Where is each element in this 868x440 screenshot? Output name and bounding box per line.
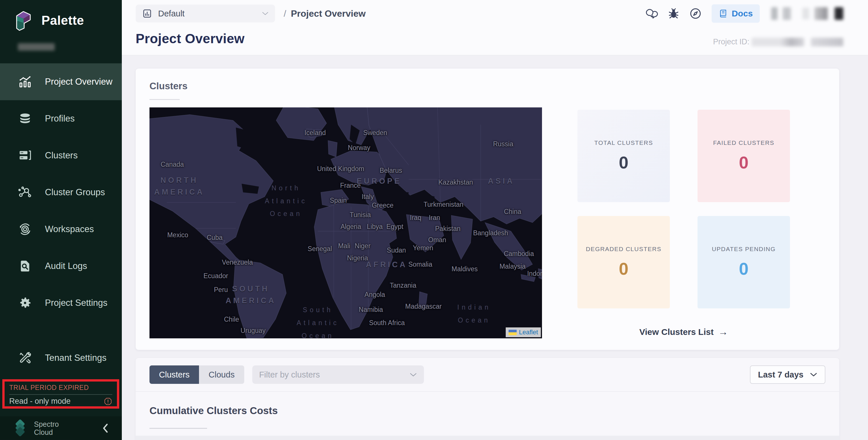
redacted-tenant-name	[18, 43, 55, 51]
map-label: Belarus	[379, 166, 402, 174]
sidebar-item-label: Project Settings	[45, 298, 107, 308]
stat-value: 0	[619, 153, 628, 172]
sidebar-item-cluster-groups[interactable]: Cluster Groups	[0, 174, 122, 211]
map-label: Oman	[428, 236, 446, 244]
map-label: Russia	[493, 140, 513, 148]
sidebar-item-project-overview[interactable]: Project Overview	[0, 63, 122, 100]
map-label: Iraq	[410, 214, 421, 221]
view-clusters-list-label: View Clusters List	[639, 327, 714, 337]
sidebar-footer: Spectro Cloud	[0, 416, 122, 440]
docs-label: Docs	[732, 9, 753, 19]
explore-compass-button[interactable]	[689, 7, 702, 20]
leaflet-label: Leaflet	[519, 328, 538, 336]
map-label: Angola	[365, 291, 385, 298]
map-label: Sudan	[387, 247, 406, 254]
redacted-chip	[835, 7, 843, 20]
view-clusters-list-link[interactable]: View Clusters List →	[639, 326, 728, 338]
read-only-label: Read - only mode	[9, 397, 70, 406]
project-id: Project ID:	[713, 37, 843, 46]
app-title: Palette	[41, 13, 84, 28]
map-label: Uruguay	[241, 326, 266, 334]
map-label: Namibia	[359, 306, 383, 313]
app-logo[interactable]: Palette	[0, 0, 122, 32]
docs-button[interactable]: Docs	[712, 4, 760, 23]
spectro-cloud-logo	[13, 419, 28, 437]
chevron-left-icon	[102, 423, 109, 433]
breadcrumb-separator: /	[284, 8, 286, 19]
breadcrumb-current[interactable]: Project Overview	[291, 8, 366, 19]
map-label: Niger	[355, 242, 371, 250]
nodes-icon	[18, 185, 32, 199]
map-label: Cambodia	[504, 250, 534, 257]
ukraine-flag-icon	[508, 330, 517, 335]
feedback-chat-button[interactable]	[645, 7, 658, 20]
sidebar-item-clusters[interactable]: Clusters	[0, 137, 122, 174]
tab-clouds[interactable]: Clouds	[199, 366, 244, 384]
map-label: Malaysia	[499, 262, 526, 270]
tools-icon	[18, 351, 32, 365]
map-label: Indian Ocean	[457, 301, 491, 327]
sidebar-item-label: Clusters	[45, 150, 78, 161]
project-selector[interactable]: Default	[136, 5, 275, 23]
time-range-value: Last 7 days	[758, 370, 804, 380]
stat-label: DEGRADED CLUSTERS	[586, 246, 661, 253]
section-underline	[150, 428, 207, 429]
map-label: Algeria	[340, 223, 361, 230]
stat-total-clusters: TOTAL CLUSTERS 0	[578, 110, 670, 202]
alert-octagon-icon[interactable]	[104, 397, 112, 406]
main-area: Default / Project Overview	[122, 0, 868, 440]
stat-failed-clusters: FAILED CLUSTERS 0	[698, 110, 790, 202]
stat-value: 0	[739, 153, 748, 172]
stat-label: UPDATES PENDING	[712, 246, 776, 253]
filter-by-clusters-select[interactable]: Filter by clusters	[252, 366, 424, 384]
sidebar-item-label: Cluster Groups	[45, 187, 105, 197]
chart-icon	[18, 74, 32, 89]
project-id-label: Project ID:	[713, 37, 749, 46]
time-range-selector[interactable]: Last 7 days	[750, 366, 826, 384]
app-root: Palette Project Overview	[0, 0, 868, 440]
cumulative-costs-title: Cumulative Clusters Costs	[150, 405, 826, 416]
map-label: Mexico	[167, 231, 188, 239]
map-label: South Africa	[369, 319, 405, 327]
bug-icon	[668, 7, 679, 20]
clusters-card-title: Clusters	[150, 81, 826, 92]
sidebar-item-tenant-settings[interactable]: Tenant Settings	[0, 340, 122, 376]
map-label: Madagascar	[405, 302, 442, 310]
map-label: Chile	[224, 316, 239, 323]
map-label: Spain	[330, 197, 347, 205]
map-label: Canada	[161, 161, 184, 168]
stat-label: TOTAL CLUSTERS	[594, 139, 653, 146]
redacted-chip	[771, 7, 778, 20]
map-label: Pakistan	[435, 225, 461, 233]
gear-icon	[18, 296, 32, 310]
topbar: Default / Project Overview	[136, 4, 843, 23]
sidebar-item-label: Audit Logs	[45, 261, 87, 271]
report-bug-button[interactable]	[668, 7, 679, 20]
sidebar-item-project-settings[interactable]: Project Settings	[0, 284, 122, 321]
map-label: Mali	[338, 242, 350, 250]
map-labels: IcelandSwedenNorwayRussiaCanadaUnited Ki…	[150, 107, 542, 338]
tab-label: Clouds	[209, 370, 235, 380]
project-chart-icon	[142, 8, 152, 19]
sidebar-item-audit-logs[interactable]: Audit Logs	[0, 248, 122, 284]
leaflet-attribution[interactable]: Leaflet	[506, 327, 541, 337]
sidebar-item-workspaces[interactable]: Workspaces	[0, 211, 122, 248]
project-selector-value: Default	[158, 9, 185, 19]
stat-value: 0	[619, 259, 628, 279]
page-header: Default / Project Overview	[122, 0, 868, 55]
palette-logo-icon	[11, 9, 35, 32]
page-title: Project Overview	[136, 31, 245, 46]
sidebar-collapse-button[interactable]	[102, 423, 109, 433]
trial-divider	[9, 394, 112, 395]
map-label: Peru	[214, 286, 228, 293]
map-label: Senegal	[308, 245, 332, 253]
sidebar-item-profiles[interactable]: Profiles	[0, 100, 122, 137]
redacted-chip	[783, 7, 791, 20]
clusters-world-map[interactable]: IcelandSwedenNorwayRussiaCanadaUnited Ki…	[150, 107, 542, 338]
chevron-down-icon	[810, 372, 817, 377]
tab-label: Clusters	[159, 370, 189, 380]
tab-clusters[interactable]: Clusters	[150, 366, 199, 384]
map-label: South Atlantic Ocean	[297, 304, 339, 338]
map-label: China	[504, 208, 521, 215]
costs-chart-area	[136, 436, 839, 440]
